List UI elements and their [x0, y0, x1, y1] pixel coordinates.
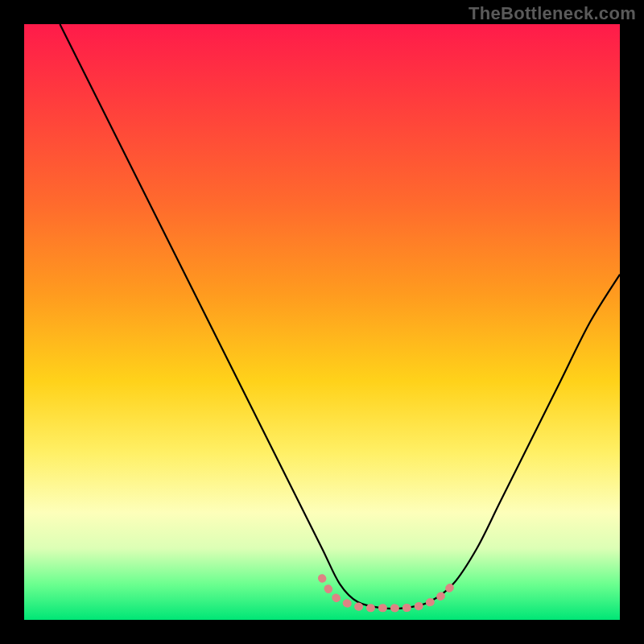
bottleneck-highlight — [322, 578, 453, 608]
chart-frame: TheBottleneck.com — [0, 0, 644, 644]
watermark-text: TheBottleneck.com — [469, 3, 636, 24]
bottleneck-curve — [60, 24, 620, 609]
chart-svg — [24, 24, 620, 620]
plot-area — [24, 24, 620, 620]
